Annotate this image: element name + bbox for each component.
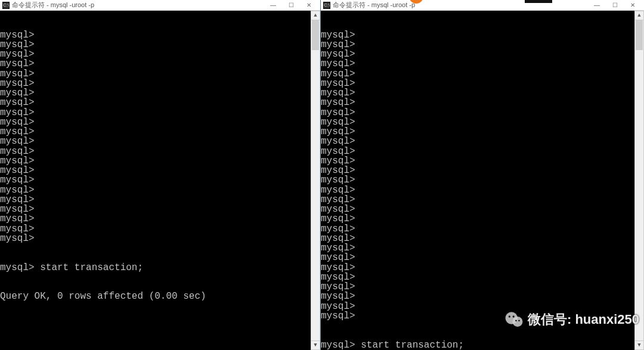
window-controls-left: — ☐ ✕ (264, 1, 318, 10)
terminal-prompt: mysql> (321, 147, 644, 156)
terminal-prompt: mysql> (321, 30, 644, 40)
terminal-prompt: mysql> (0, 166, 320, 175)
terminal-prompt: mysql> (321, 166, 644, 175)
minimize-button[interactable]: — (264, 1, 282, 10)
terminal-prompt: mysql> (321, 175, 644, 185)
cmd-icon: C:\ (323, 2, 330, 9)
terminal-prompt: mysql> (321, 272, 644, 282)
terminal-body-left[interactable]: mysql>mysql>mysql>mysql>mysql>mysql>mysq… (0, 11, 320, 350)
terminal-window-left: C:\ 命令提示符 - mysql -uroot -p — ☐ ✕ mysql>… (0, 0, 321, 350)
titlebar-right[interactable]: C:\ 命令提示符 - mysql -uroot -p — ☐ ✕ (321, 0, 644, 11)
scroll-down-button[interactable]: ▼ (634, 340, 644, 350)
terminal-prompt: mysql> (321, 69, 644, 79)
scroll-down-button[interactable]: ▼ (311, 340, 320, 350)
terminal-prompt: mysql> (321, 59, 644, 69)
terminal-prompt: mysql> (0, 49, 320, 59)
terminal-prompt: mysql> (321, 224, 644, 234)
terminal-body-right[interactable]: mysql>mysql>mysql>mysql>mysql>mysql>mysq… (321, 11, 644, 350)
scroll-up-button[interactable]: ▲ (311, 11, 320, 20)
close-button[interactable]: ✕ (300, 1, 318, 10)
terminal-prompt: mysql> (321, 195, 644, 205)
window-controls-right: — ☐ ✕ (588, 1, 642, 10)
terminal-prompt: mysql> (0, 59, 320, 69)
scrollbar-left[interactable]: ▲ ▼ (311, 11, 320, 350)
terminal-prompt: mysql> (0, 234, 320, 243)
terminal-prompt: mysql> (321, 108, 644, 117)
background-fragment (525, 0, 552, 3)
terminal-prompt: mysql> (0, 185, 320, 195)
terminal-prompt: mysql> (0, 30, 320, 40)
terminal-prompt: mysql> (0, 175, 320, 185)
scroll-track[interactable] (311, 20, 320, 340)
terminal-prompt: mysql> (0, 108, 320, 117)
terminal-prompt: mysql> (321, 214, 644, 224)
scroll-thumb[interactable] (636, 20, 643, 50)
terminal-prompt: mysql> (321, 205, 644, 214)
terminal-line: mysql> start transaction; (321, 340, 644, 350)
terminal-prompt: mysql> (321, 234, 644, 243)
terminal-prompt: mysql> (321, 185, 644, 195)
maximize-button[interactable]: ☐ (606, 1, 624, 10)
scroll-up-button[interactable]: ▲ (634, 11, 644, 20)
terminal-line (0, 321, 320, 330)
terminal-prompt: mysql> (321, 49, 644, 59)
terminal-prompt: mysql> (321, 88, 644, 98)
terminal-prompt: mysql> (0, 137, 320, 146)
terminal-prompt: mysql> (0, 40, 320, 49)
terminal-prompt: mysql> (0, 127, 320, 137)
terminal-prompt: mysql> (0, 224, 320, 234)
terminal-prompt: mysql> (321, 79, 644, 88)
terminal-prompt: mysql> (321, 311, 644, 321)
terminal-prompt: mysql> (321, 253, 644, 262)
terminal-prompt: mysql> (321, 127, 644, 137)
terminal-prompt: mysql> (321, 243, 644, 253)
terminal-prompt: mysql> (321, 117, 644, 127)
titlebar-left[interactable]: C:\ 命令提示符 - mysql -uroot -p — ☐ ✕ (0, 0, 320, 11)
terminal-prompt: mysql> (0, 117, 320, 127)
terminal-prompt: mysql> (321, 137, 644, 146)
close-button[interactable]: ✕ (624, 1, 642, 10)
terminal-prompt: mysql> (321, 302, 644, 311)
terminal-window-right: C:\ 命令提示符 - mysql -uroot -p — ☐ ✕ mysql>… (321, 0, 644, 350)
minimize-button[interactable]: — (588, 1, 606, 10)
terminal-prompt: mysql> (0, 195, 320, 205)
terminal-prompt: mysql> (0, 214, 320, 224)
scroll-thumb[interactable] (312, 20, 319, 50)
terminal-line: mysql> start transaction; (0, 263, 320, 272)
terminal-prompt: mysql> (321, 263, 644, 272)
terminal-prompt: mysql> (0, 79, 320, 88)
terminal-prompt: mysql> (0, 147, 320, 156)
window-title-left: 命令提示符 - mysql -uroot -p (12, 1, 264, 10)
terminal-prompt: mysql> (0, 69, 320, 79)
terminal-prompt: mysql> (0, 156, 320, 166)
terminal-prompt: mysql> (321, 292, 644, 301)
terminal-prompt: mysql> (321, 156, 644, 166)
scrollbar-right[interactable]: ▲ ▼ (634, 11, 644, 350)
terminal-prompt: mysql> (321, 282, 644, 292)
terminal-prompt: mysql> (0, 205, 320, 214)
terminal-prompt: mysql> (0, 88, 320, 98)
terminal-prompt: mysql> (0, 98, 320, 107)
scroll-track[interactable] (634, 20, 644, 340)
terminal-prompt: mysql> (321, 40, 644, 49)
terminal-line: Query OK, 0 rows affected (0.00 sec) (0, 292, 320, 301)
maximize-button[interactable]: ☐ (282, 1, 300, 10)
cmd-icon: C:\ (2, 2, 10, 9)
terminal-prompt: mysql> (321, 98, 644, 107)
